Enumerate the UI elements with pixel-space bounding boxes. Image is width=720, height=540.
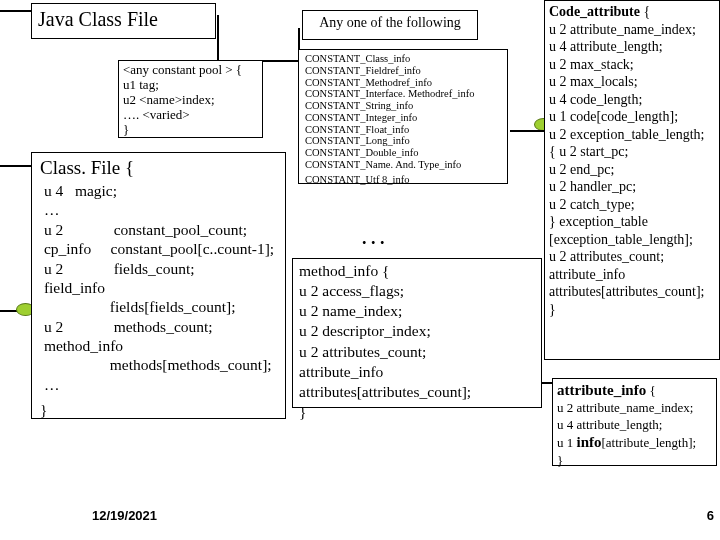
- mi-line: attribute_info: [299, 362, 535, 382]
- classfile-row: method_info: [40, 336, 277, 355]
- constant-line: CONSTANT_Long_info: [305, 135, 501, 147]
- ca-line: u 2 catch_type;: [549, 196, 715, 214]
- ai-head: attribute_info {: [557, 381, 712, 400]
- mi-line: method_info {: [299, 261, 535, 281]
- ca-line: attribute_info: [549, 266, 715, 284]
- classfile-box: Class. File { u 4 magic; … u 2 constant_…: [31, 152, 286, 419]
- cp-line: u1 tag;: [123, 78, 258, 93]
- any-one-label: Any one of the following: [319, 15, 461, 30]
- constant-line: CONSTANT_Float_info: [305, 124, 501, 136]
- cp-line: …. <varied>: [123, 108, 258, 123]
- code-attribute-box: Code_attribute { u 2 attribute_name_inde…: [544, 0, 720, 360]
- classfile-row: …: [40, 375, 277, 394]
- mi-line: u 2 attributes_count;: [299, 342, 535, 362]
- classfile-row: cp_info constant_pool[c..count-1];: [40, 239, 277, 258]
- constant-line: CONSTANT_Methodref_info: [305, 77, 501, 89]
- classfile-row: u 2 methods_count;: [40, 317, 277, 336]
- ellipsis: . . .: [362, 228, 385, 249]
- ca-line: { u 2 start_pc;: [549, 143, 715, 161]
- ca-line: } exception_table: [549, 213, 715, 231]
- attribute-info-box: attribute_info { u 2 attribute_name_inde…: [552, 378, 717, 466]
- mi-line: attributes[attributes_count];: [299, 382, 535, 402]
- mi-line: u 2 access_flags;: [299, 281, 535, 301]
- classfile-row: u 2 constant_pool_count;: [40, 220, 277, 239]
- ai-line: u 1 info[attribute_length];: [557, 433, 712, 452]
- constant-line: CONSTANT_Fieldref_info: [305, 65, 501, 77]
- cp-line: }: [123, 123, 258, 138]
- classfile-row: fields[fields_count];: [40, 297, 277, 316]
- classfile-row: methods[methods_count];: [40, 355, 277, 374]
- ca-line: }: [549, 301, 715, 319]
- ca-line: u 2 attributes_count;: [549, 248, 715, 266]
- cp-line: <any constant pool > {: [123, 63, 258, 78]
- cp-line: u2 <name>index;: [123, 93, 258, 108]
- classfile-row: }: [40, 400, 277, 419]
- ca-line: u 2 attribute_name_index;: [549, 21, 715, 39]
- classfile-row: field_info: [40, 278, 277, 297]
- constant-line: CONSTANT_Class_info: [305, 53, 501, 65]
- ca-head: Code_attribute {: [549, 3, 715, 21]
- ai-line: u 4 attribute_length;: [557, 417, 712, 434]
- constant-line: CONSTANT_Interface. Methodref_info: [305, 88, 501, 100]
- classfile-row: …: [40, 200, 277, 219]
- ca-line: u 4 code_length;: [549, 91, 715, 109]
- classfile-row: u 4 magic;: [40, 181, 277, 200]
- constant-line: CONSTANT_Name. And. Type_info: [305, 159, 501, 171]
- ca-line: [exception_table_length];: [549, 231, 715, 249]
- footer-page-number: 6: [707, 508, 714, 523]
- diagram-canvas: Java Class File <any constant pool > { u…: [0, 0, 720, 540]
- constant-line: CONSTANT_Integer_info: [305, 112, 501, 124]
- method-info-box: method_info { u 2 access_flags; u 2 name…: [292, 258, 542, 408]
- classfile-head: Class. File {: [32, 153, 285, 179]
- mi-line: u 2 descriptor_index;: [299, 321, 535, 341]
- ca-line: u 2 max_stack;: [549, 56, 715, 74]
- any-one-box: Any one of the following: [302, 10, 478, 40]
- ca-line: attributes[attributes_count];: [549, 283, 715, 301]
- ca-line: u 2 max_locals;: [549, 73, 715, 91]
- constants-box: CONSTANT_Class_info CONSTANT_Fieldref_in…: [298, 49, 508, 184]
- footer-date: 12/19/2021: [92, 508, 157, 523]
- ca-line: u 4 attribute_length;: [549, 38, 715, 56]
- constant-line: CONSTANT_Double_info: [305, 147, 501, 159]
- constant-line: CONSTANT_String_info: [305, 100, 501, 112]
- classfile-body: u 4 magic; … u 2 constant_pool_count; cp…: [32, 179, 285, 422]
- mi-line: u 2 name_index;: [299, 301, 535, 321]
- ai-line: u 2 attribute_name_index;: [557, 400, 712, 417]
- ai-line: }: [557, 453, 712, 470]
- classfile-row: u 2 fields_count;: [40, 259, 277, 278]
- ca-line: u 2 end_pc;: [549, 161, 715, 179]
- mi-line: }: [299, 402, 535, 422]
- ca-line: u 1 code[code_length];: [549, 108, 715, 126]
- title-box: Java Class File: [31, 3, 216, 39]
- ca-line: u 2 exception_table_length;: [549, 126, 715, 144]
- title-text: Java Class File: [38, 8, 158, 30]
- ca-line: u 2 handler_pc;: [549, 178, 715, 196]
- constant-line: CONSTANT_Utf 8_info: [305, 174, 501, 186]
- constant-pool-box: <any constant pool > { u1 tag; u2 <name>…: [118, 60, 263, 138]
